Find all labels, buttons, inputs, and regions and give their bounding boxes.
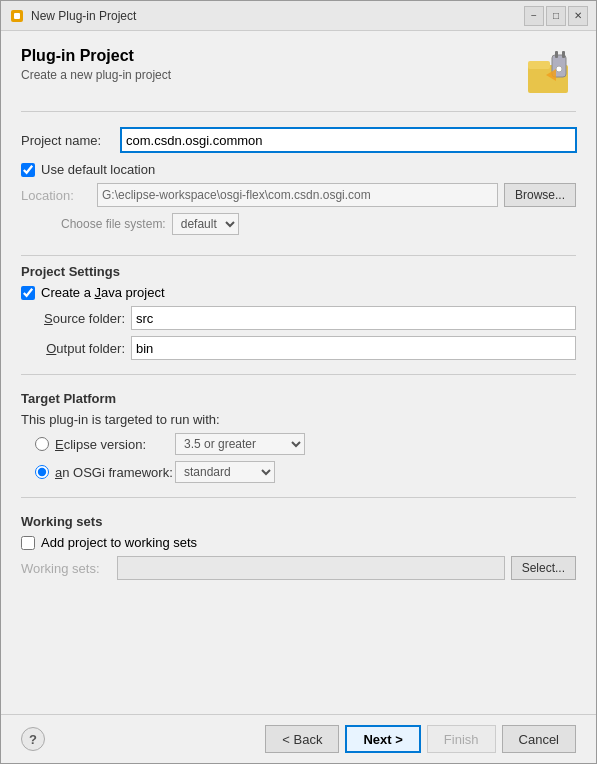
select-working-sets-button[interactable]: Select... [511, 556, 576, 580]
project-name-input[interactable] [121, 128, 576, 152]
window-icon [9, 8, 25, 24]
use-default-location-row: Use default location [21, 162, 576, 177]
svg-rect-6 [562, 51, 565, 58]
working-sets-label: Working sets: [21, 561, 111, 576]
osgi-framework-label[interactable]: an OSGi framework: [55, 465, 175, 480]
osgi-framework-row: an OSGi framework: standard [21, 461, 576, 483]
filesystem-label: Choose file system: [61, 217, 166, 231]
output-folder-label: Output folder: [21, 341, 131, 356]
main-content: Plug-in Project Create a new plug-in pro… [1, 31, 596, 714]
divider-2 [21, 374, 576, 375]
project-settings-title: Project Settings [21, 264, 576, 279]
project-settings-section: Project Settings Create a Java project S… [21, 264, 576, 366]
location-label: Location: [21, 188, 91, 203]
title-bar: New Plug-in Project − □ ✕ [1, 1, 596, 31]
project-name-label: Project name: [21, 133, 121, 148]
plugin-icon [524, 47, 576, 99]
divider-1 [21, 255, 576, 256]
page-header-text: Plug-in Project Create a new plug-in pro… [21, 47, 171, 82]
create-java-row: Create a Java project [21, 285, 576, 300]
maximize-button[interactable]: □ [546, 6, 566, 26]
working-sets-title: Working sets [21, 514, 576, 529]
page-header: Plug-in Project Create a new plug-in pro… [21, 47, 576, 112]
window-title: New Plug-in Project [31, 9, 518, 23]
footer: ? < Back Next > Finish Cancel [1, 714, 596, 763]
window-controls: − □ ✕ [524, 6, 588, 26]
main-window: New Plug-in Project − □ ✕ Plug-in Projec… [0, 0, 597, 764]
eclipse-version-dropdown[interactable]: 3.5 or greater [175, 433, 305, 455]
next-button[interactable]: Next > [345, 725, 420, 753]
add-to-working-sets-checkbox[interactable] [21, 536, 35, 550]
osgi-framework-dropdown[interactable]: standard [175, 461, 275, 483]
working-sets-input-row: Working sets: Select... [21, 556, 576, 580]
page-title: Plug-in Project [21, 47, 171, 65]
finish-button[interactable]: Finish [427, 725, 496, 753]
working-sets-input[interactable] [117, 556, 505, 580]
location-input[interactable] [97, 183, 498, 207]
target-platform-section: Target Platform This plug-in is targeted… [21, 391, 576, 489]
divider-3 [21, 497, 576, 498]
output-folder-row: Output folder: [21, 336, 576, 360]
source-folder-row: Source folder: [21, 306, 576, 330]
eclipse-version-label[interactable]: Eclipse version: [55, 437, 175, 452]
source-folder-label: Source folder: [21, 311, 131, 326]
target-platform-title: Target Platform [21, 391, 576, 406]
add-to-working-sets-label[interactable]: Add project to working sets [41, 535, 197, 550]
page-subtitle: Create a new plug-in project [21, 68, 171, 82]
osgi-framework-radio[interactable] [35, 465, 49, 479]
eclipse-version-radio[interactable] [35, 437, 49, 451]
add-to-working-sets-row: Add project to working sets [21, 535, 576, 550]
use-default-location-label[interactable]: Use default location [41, 162, 155, 177]
help-button[interactable]: ? [21, 727, 45, 751]
output-folder-input[interactable] [131, 336, 576, 360]
minimize-button[interactable]: − [524, 6, 544, 26]
target-platform-desc: This plug-in is targeted to run with: [21, 412, 576, 427]
eclipse-version-row: Eclipse version: 3.5 or greater [21, 433, 576, 455]
content-spacer [21, 580, 576, 698]
browse-button[interactable]: Browse... [504, 183, 576, 207]
back-button[interactable]: < Back [265, 725, 339, 753]
svg-point-7 [556, 66, 562, 72]
location-row: Location: Browse... [21, 183, 576, 207]
create-java-checkbox[interactable] [21, 286, 35, 300]
project-name-group: Project name: [21, 128, 576, 152]
svg-rect-1 [14, 13, 20, 19]
close-button[interactable]: ✕ [568, 6, 588, 26]
filesystem-dropdown[interactable]: default [172, 213, 239, 235]
svg-rect-5 [555, 51, 558, 58]
create-java-label[interactable]: Create a Java project [41, 285, 165, 300]
svg-rect-3 [528, 61, 550, 69]
filesystem-row: Choose file system: default [21, 213, 576, 235]
use-default-location-checkbox[interactable] [21, 163, 35, 177]
working-sets-section: Working sets Add project to working sets… [21, 514, 576, 580]
cancel-button[interactable]: Cancel [502, 725, 576, 753]
source-folder-input[interactable] [131, 306, 576, 330]
